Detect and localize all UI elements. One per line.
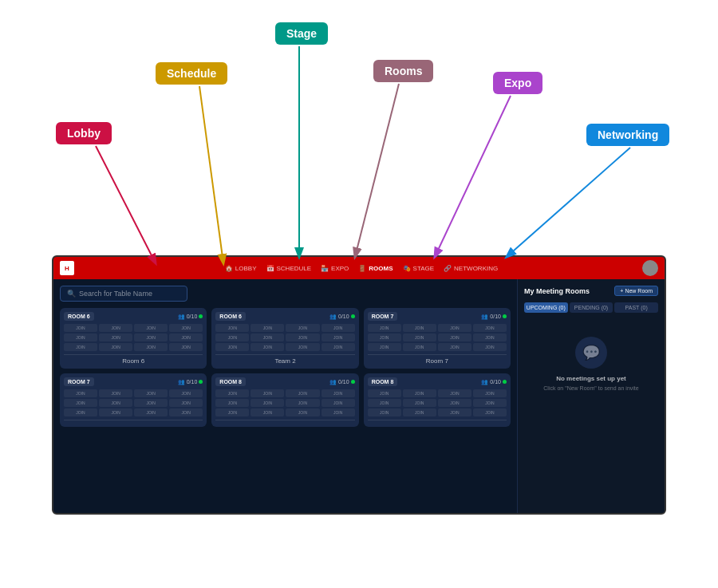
nav-items: 🏠 LOBBY 📅 SCHEDULE 🏪 EXPO 🚪 ROOMS 🎭 STAG…: [82, 265, 641, 272]
tab-upcoming[interactable]: UPCOMING (0): [524, 302, 568, 313]
room-name-6: ROOM 8: [368, 377, 398, 386]
stage-nav-icon: 🎭: [403, 265, 411, 272]
schedule-nav-label: SCHEDULE: [277, 265, 312, 272]
nav-item-schedule[interactable]: 📅 SCHEDULE: [266, 265, 312, 272]
room-header-5: ROOM 8 👥 0/10: [215, 377, 354, 386]
nav-bar: H 🏠 LOBBY 📅 SCHEDULE 🏪 EXPO 🚪 ROOMS 🎭 ST…: [53, 257, 665, 279]
room-footer-5: [215, 420, 354, 423]
meeting-rooms-header: My Meeting Rooms + New Room: [524, 286, 658, 296]
room-header-4: ROOM 7 👥 0/10: [64, 377, 203, 386]
new-room-button[interactable]: + New Room: [614, 286, 658, 296]
rooms-panel: 🔍 Search for Table Name ROOM 6 👥 0/10 JO…: [53, 279, 517, 513]
search-bar[interactable]: 🔍 Search for Table Name: [60, 286, 187, 302]
app-logo: H: [60, 261, 74, 275]
nav-item-stage[interactable]: 🎭 STAGE: [403, 265, 435, 272]
room-capacity-5: 👥 0/10: [329, 379, 355, 385]
room-footer-4: [64, 420, 203, 423]
svg-line-5: [507, 148, 630, 257]
no-meetings-subtitle: Click on "New Room" to send an invite: [532, 385, 650, 391]
nav-item-lobby[interactable]: 🏠 LOBBY: [225, 265, 257, 272]
table-viz-6: JOINJOINJOINJOIN JOINJOINJOINJOIN JOINJO…: [368, 389, 507, 416]
room-capacity-3: 👥 0/10: [481, 314, 507, 320]
svg-line-4: [435, 96, 511, 257]
expo-nav-icon: 🏪: [321, 265, 329, 272]
networking-nav-label: NETWORKING: [454, 265, 498, 272]
no-meetings-container: 💬 No meetings set up yet Click on "New R…: [524, 321, 658, 407]
room-capacity-6: 👥 0/10: [481, 379, 507, 385]
nav-item-expo[interactable]: 🏪 EXPO: [321, 265, 349, 272]
svg-line-1: [199, 86, 223, 263]
room-capacity-4: 👥 0/10: [178, 379, 203, 385]
schedule-label: Schedule: [156, 62, 227, 85]
no-meetings-icon: 💬: [575, 337, 607, 369]
stage-nav-label: STAGE: [413, 265, 435, 272]
nav-item-networking[interactable]: 🔗 NETWORKING: [444, 265, 498, 272]
svg-line-3: [355, 84, 399, 257]
right-panel: My Meeting Rooms + New Room UPCOMING (0)…: [517, 279, 665, 513]
table-viz-4: JOINJOINJOINJOIN JOINJOINJOINJOIN JOINJO…: [64, 389, 203, 416]
room-header-3: ROOM 7 👥 0/10: [368, 312, 507, 321]
app-window: H 🏠 LOBBY 📅 SCHEDULE 🏪 EXPO 🚪 ROOMS 🎭 ST…: [52, 255, 666, 515]
room-card-5[interactable]: ROOM 8 👥 0/10 JOINJOINJOINJOIN JOINJOINJ…: [211, 373, 358, 427]
lobby-nav-icon: 🏠: [225, 265, 233, 272]
room-name-5: ROOM 8: [215, 377, 246, 386]
rooms-nav-icon: 🚪: [358, 265, 366, 272]
no-meetings-title: No meetings set up yet: [532, 375, 650, 382]
table-viz-5: JOINJOINJOINJOIN JOINJOINJOINJOIN JOINJO…: [215, 389, 354, 416]
table-viz-3: JOINJOINJOINJOIN JOINJOINJOINJOIN JOINJO…: [368, 324, 507, 351]
search-icon: 🔍: [67, 290, 76, 298]
search-placeholder: Search for Table Name: [79, 290, 152, 298]
networking-nav-icon: 🔗: [444, 265, 452, 272]
rooms-label: Rooms: [373, 60, 433, 82]
room-card-1[interactable]: ROOM 6 👥 0/10 JOINJOINJOINJOIN JOINJOINJ…: [60, 308, 207, 369]
content-area: 🔍 Search for Table Name ROOM 6 👥 0/10 JO…: [53, 279, 665, 513]
room-name-1: ROOM 6: [64, 312, 94, 321]
room-footer-3: Room 7: [368, 354, 507, 365]
room-card-4[interactable]: ROOM 7 👥 0/10 JOINJOINJOINJOIN JOINJOINJ…: [60, 373, 207, 427]
tab-pending[interactable]: PENDING (0): [570, 302, 613, 313]
room-card-6[interactable]: ROOM 8 👥 0/10 JOINJOINJOINJOIN JOINJOINJ…: [364, 373, 511, 427]
room-header-6: ROOM 8 👥 0/10: [368, 377, 507, 386]
room-card-2[interactable]: ROOM 6 👥 0/10 JOINJOINJOINJOIN JOINJOINJ…: [211, 308, 358, 369]
room-footer-1: Room 6: [64, 354, 203, 365]
meeting-rooms-title: My Meeting Rooms: [524, 287, 590, 295]
room-name-3: ROOM 7: [368, 312, 398, 321]
stage-label: Stage: [275, 22, 328, 45]
room-footer-6: [368, 420, 507, 423]
lobby-label: Lobby: [56, 122, 112, 144]
nav-item-rooms[interactable]: 🚪 ROOMS: [358, 265, 393, 272]
schedule-nav-icon: 📅: [266, 265, 274, 272]
room-name-2: ROOM 6: [215, 312, 246, 321]
room-card-3[interactable]: ROOM 7 👥 0/10 JOINJOINJOINJOIN JOINJOINJ…: [364, 308, 511, 369]
room-capacity-1: 👥 0/10: [178, 314, 203, 320]
expo-nav-label: EXPO: [331, 265, 349, 272]
room-header-1: ROOM 6 👥 0/10: [64, 312, 203, 321]
room-name-4: ROOM 7: [64, 377, 94, 386]
rooms-grid: ROOM 6 👥 0/10 JOINJOINJOINJOIN JOINJOINJ…: [60, 308, 511, 427]
svg-line-0: [96, 146, 156, 263]
table-viz-2: JOINJOINJOINJOIN JOINJOINJOINJOIN JOINJO…: [215, 324, 354, 351]
tab-past[interactable]: PAST (0): [614, 302, 658, 313]
user-avatar[interactable]: [642, 260, 658, 276]
room-header-2: ROOM 6 👥 0/10: [215, 312, 354, 321]
room-capacity-2: 👥 0/10: [329, 314, 355, 320]
expo-label: Expo: [493, 72, 542, 94]
networking-label: Networking: [586, 124, 669, 146]
rooms-nav-label: ROOMS: [369, 265, 393, 272]
tab-row: UPCOMING (0) PENDING (0) PAST (0): [524, 302, 658, 313]
table-viz-1: JOINJOINJOINJOIN JOINJOINJOINJOIN JOINJO…: [64, 324, 203, 351]
lobby-nav-label: LOBBY: [235, 265, 257, 272]
room-footer-2: Team 2: [215, 354, 354, 365]
